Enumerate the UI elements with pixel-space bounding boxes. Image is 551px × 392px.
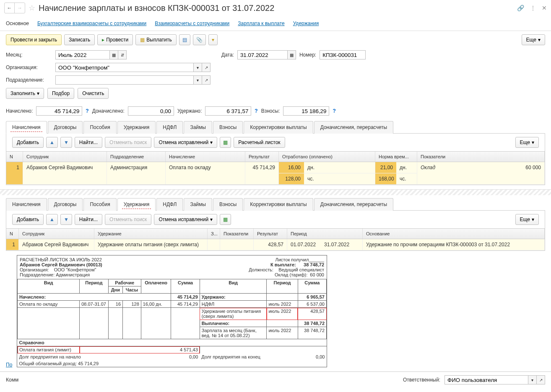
tab-accruals[interactable]: Начисления [6, 121, 47, 134]
paperclip-icon: 📎 [196, 37, 203, 43]
clear-button[interactable]: Очистить [78, 88, 109, 99]
col-res[interactable]: Результат [245, 152, 279, 162]
tab-contrib[interactable]: Взносы [213, 198, 243, 211]
post-close-button[interactable]: Провести и закрыть [6, 34, 62, 45]
tab-ndfl[interactable]: НДФЛ [156, 198, 183, 211]
forward-button[interactable]: → [15, 3, 25, 13]
more-button[interactable]: Еще ▾ [515, 137, 539, 148]
tab-corrections[interactable]: Корректировки выплаты [244, 121, 313, 134]
move-down-button[interactable]: ▼ [60, 214, 72, 225]
comment-label: Комм [6, 377, 18, 383]
payslip-button[interactable]: Расчетный листок [234, 137, 285, 148]
document-icon: ▤ [182, 37, 187, 43]
nav-link[interactable]: Зарплата к выплате [238, 21, 284, 26]
close-icon[interactable]: ✕ [542, 5, 547, 11]
pay-icon: ▦ [140, 37, 145, 43]
col-dept[interactable]: Подразделение [107, 152, 166, 162]
col-n[interactable]: N [6, 152, 23, 162]
col-emp[interactable]: Сотрудник [19, 229, 94, 239]
month-input[interactable] [55, 50, 110, 59]
cancel-fix-button[interactable]: Отмена исправлений ▾ [154, 214, 217, 225]
tab-recalc[interactable]: Доначисления, перерасчеты [314, 121, 393, 134]
attach-button[interactable]: 📎 [193, 34, 206, 45]
tab-ndfl[interactable]: НДФЛ [156, 121, 183, 134]
chevron-down-icon[interactable]: ▾ [528, 375, 537, 384]
col-norm[interactable]: Норма врем... [375, 152, 417, 162]
find-button[interactable]: Найти... [75, 137, 102, 148]
link-icon[interactable]: 🔗 [517, 5, 524, 11]
nav-main[interactable]: Основное [6, 21, 29, 26]
org-input[interactable] [55, 63, 194, 72]
kebab-icon[interactable]: ⋮ [530, 5, 536, 11]
table-row[interactable]: 1 Абрамов Сергей Вадимович Удержание опл… [6, 239, 545, 250]
tab-benefits[interactable]: Пособия [83, 198, 116, 211]
pay-button[interactable]: ▦Выплатить [135, 34, 177, 45]
col-worked[interactable]: Отработано (оплачено) [279, 152, 375, 162]
cancel-fix-button[interactable]: Отмена исправлений ▾ [154, 137, 217, 148]
tab-corrections[interactable]: Корректировки выплаты [244, 198, 313, 211]
move-down-button[interactable]: ▼ [60, 137, 72, 148]
col-z[interactable]: З... [208, 229, 220, 239]
spinner-icon[interactable]: ⇵ [118, 50, 127, 59]
favorite-star-icon[interactable]: ☆ [29, 3, 35, 13]
help-icon[interactable]: ? [333, 108, 335, 114]
find-button[interactable]: Найти... [75, 214, 102, 225]
tab-contrib[interactable]: Взносы [213, 121, 243, 134]
responsible-input[interactable] [444, 375, 528, 384]
col-emp[interactable]: Сотрудник [23, 152, 107, 162]
help-icon[interactable]: ? [255, 108, 257, 114]
number-input[interactable] [320, 50, 366, 59]
move-up-button[interactable]: ▲ [46, 214, 58, 225]
doc-structure-button[interactable]: ▤ [179, 34, 190, 45]
chevron-down-icon: ▾ [210, 139, 213, 145]
nav-link[interactable]: Удержания [293, 21, 319, 26]
tab-loans[interactable]: Займы [184, 121, 212, 134]
date-input[interactable] [237, 50, 288, 59]
open-icon[interactable]: ↗ [537, 375, 545, 384]
tab-recalc[interactable]: Доначисления, перерасчеты [314, 198, 393, 211]
post-button[interactable]: ▸Провести [97, 34, 133, 45]
chevron-down-icon[interactable]: ▾ [194, 75, 202, 85]
chevron-down-icon[interactable]: ▾ [194, 63, 202, 72]
open-icon[interactable]: ↗ [202, 63, 211, 72]
col-period[interactable]: Период [287, 229, 363, 239]
col-ded[interactable]: Удержание [94, 229, 208, 239]
tab-accruals[interactable]: Начисления [6, 198, 47, 211]
move-up-button[interactable]: ▲ [46, 137, 58, 148]
col-n[interactable]: N [6, 229, 19, 239]
tab-benefits[interactable]: Пособия [83, 121, 116, 134]
add-row-button[interactable]: Добавить [12, 137, 44, 148]
torn-divider [0, 189, 551, 195]
col-ind[interactable]: Показатели [220, 229, 254, 239]
col-ind[interactable]: Показатели [417, 152, 545, 162]
help-icon[interactable]: ? [86, 108, 88, 114]
col-basis[interactable]: Основание [363, 229, 545, 239]
tab-contracts[interactable]: Договоры [48, 121, 83, 134]
col-res[interactable]: Результат [254, 229, 287, 239]
back-button[interactable]: ← [5, 3, 15, 13]
nav-link[interactable]: Бухгалтерские взаиморасчеты с сотрудника… [37, 21, 146, 26]
more-button[interactable]: Еще ▾ [515, 214, 539, 225]
pick-button[interactable]: Подбор [47, 88, 74, 99]
nav-link[interactable]: Взаиморасчеты с сотрудниками [155, 21, 229, 26]
table-row[interactable]: 1 Абрамов Сергей Вадимович Администрация… [6, 162, 545, 185]
dept-input[interactable] [55, 75, 194, 85]
add-row-button[interactable]: Добавить [12, 214, 44, 225]
chevron-down-icon: ▾ [37, 90, 39, 96]
calendar-icon[interactable]: ▦ [288, 50, 296, 59]
save-button[interactable]: Записать [64, 34, 95, 45]
tab-contracts[interactable]: Договоры [48, 198, 83, 211]
more-button[interactable]: Еще ▾ [522, 34, 545, 45]
tab-loans[interactable]: Займы [184, 198, 212, 211]
col-accr[interactable]: Начисление [166, 152, 245, 162]
calendar-icon[interactable]: ▦ [110, 50, 118, 59]
open-icon[interactable]: ↗ [202, 75, 211, 85]
fill-button[interactable]: Заполнить ▾ [6, 88, 44, 99]
grid-settings-button[interactable]: ▦ [220, 214, 231, 225]
grid-settings-button[interactable]: ▦ [220, 137, 231, 148]
tab-deductions[interactable]: Удержания [117, 198, 156, 211]
footer-link[interactable]: По [6, 362, 12, 368]
withheld-label: Удержано: [177, 108, 202, 114]
tab-deductions[interactable]: Удержания [117, 121, 156, 134]
create-based-button[interactable]: ▾ [208, 34, 218, 45]
